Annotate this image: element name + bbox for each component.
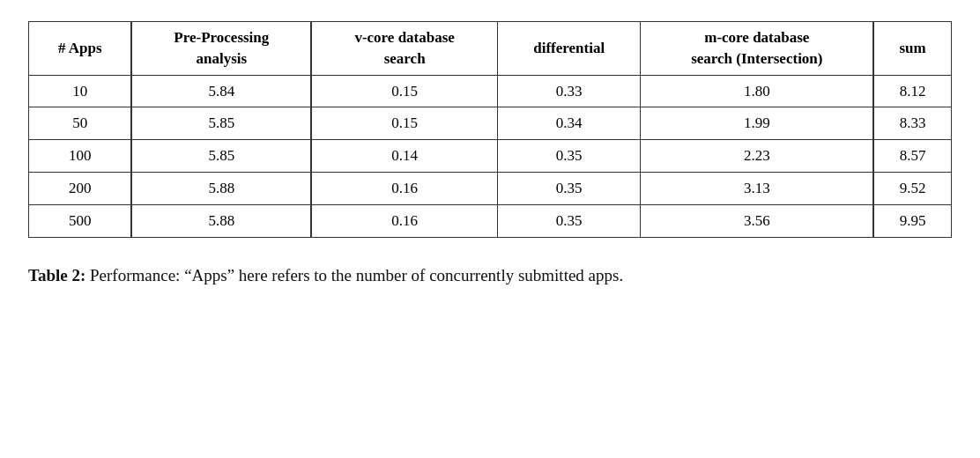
- cell-vcore: 0.16: [311, 172, 497, 204]
- header-vcore: v-core databasesearch: [311, 22, 497, 76]
- header-mcore: m-core databasesearch (Intersection): [641, 22, 873, 76]
- header-preprocessing: Pre-Processinganalysis: [131, 22, 311, 76]
- cell-apps: 10: [29, 75, 132, 107]
- cell-apps: 500: [29, 204, 132, 237]
- cell-vcore: 0.16: [311, 204, 497, 237]
- cell-mcore: 1.99: [641, 107, 873, 140]
- cell-preprocessing: 5.85: [131, 107, 311, 140]
- table-row: 5005.880.160.353.569.95: [29, 204, 952, 237]
- cell-preprocessing: 5.88: [131, 172, 311, 204]
- cell-vcore: 0.15: [311, 75, 497, 107]
- cell-preprocessing: 5.88: [131, 204, 311, 237]
- table-row: 2005.880.160.353.139.52: [29, 172, 952, 204]
- cell-differential: 0.33: [498, 75, 641, 107]
- header-apps: # Apps: [29, 22, 132, 76]
- table-caption: Table 2: Performance: “Apps” here refers…: [28, 262, 952, 288]
- cell-vcore: 0.15: [311, 107, 497, 140]
- cell-vcore: 0.14: [311, 140, 497, 173]
- cell-apps: 200: [29, 172, 132, 204]
- cell-mcore: 3.56: [641, 204, 873, 237]
- cell-sum: 9.95: [873, 204, 951, 237]
- cell-differential: 0.35: [498, 172, 641, 204]
- cell-preprocessing: 5.85: [131, 140, 311, 173]
- table-body: 105.840.150.331.808.12505.850.150.341.99…: [29, 75, 952, 237]
- caption-label: Table 2:: [28, 266, 85, 284]
- table-row: 105.840.150.331.808.12: [29, 75, 952, 107]
- cell-mcore: 2.23: [641, 140, 873, 173]
- cell-sum: 8.33: [873, 107, 951, 140]
- cell-sum: 9.52: [873, 172, 951, 204]
- cell-differential: 0.35: [498, 204, 641, 237]
- cell-apps: 50: [29, 107, 132, 140]
- cell-sum: 8.57: [873, 140, 951, 173]
- caption-text: Performance: “Apps” here refers to the n…: [85, 266, 623, 284]
- cell-differential: 0.34: [498, 107, 641, 140]
- table-header-row: # Apps Pre-Processinganalysis v-core dat…: [29, 22, 952, 76]
- cell-differential: 0.35: [498, 140, 641, 173]
- header-differential: differential: [498, 22, 641, 76]
- cell-apps: 100: [29, 140, 132, 173]
- header-sum: sum: [873, 22, 951, 76]
- table-row: 1005.850.140.352.238.57: [29, 140, 952, 173]
- cell-mcore: 3.13: [641, 172, 873, 204]
- content-wrapper: # Apps Pre-Processinganalysis v-core dat…: [28, 21, 952, 288]
- cell-sum: 8.12: [873, 75, 951, 107]
- performance-table: # Apps Pre-Processinganalysis v-core dat…: [28, 21, 952, 238]
- cell-preprocessing: 5.84: [131, 75, 311, 107]
- cell-mcore: 1.80: [641, 75, 873, 107]
- table-row: 505.850.150.341.998.33: [29, 107, 952, 140]
